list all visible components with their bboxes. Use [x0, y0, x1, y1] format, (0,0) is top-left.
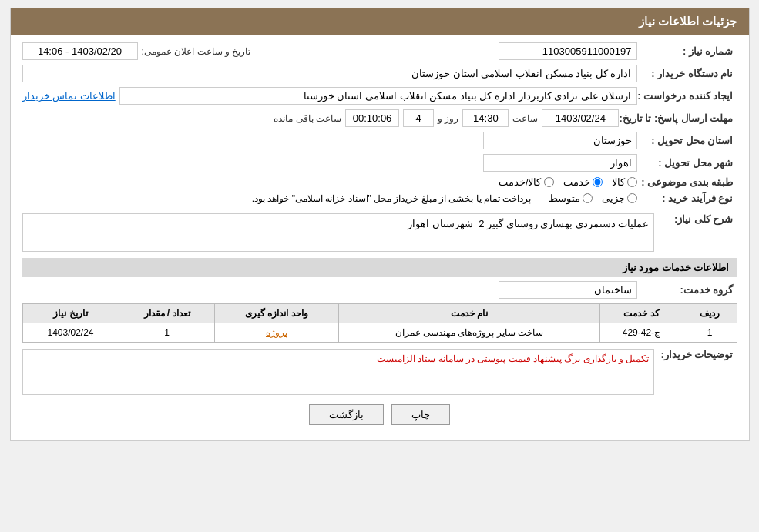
services-title: اطلاعات خدمات مورد نیاز — [623, 262, 730, 273]
category-kala-label: کالا — [612, 176, 625, 188]
col-count: تعداد / مقدار — [119, 304, 215, 323]
province-value: خوزستان — [483, 132, 637, 149]
city-row: شهر محل تحویل : اهواز — [22, 154, 737, 172]
col-unit: واحد اندازه گیری — [215, 304, 338, 323]
creator-label: ایجاد کننده درخواست : — [637, 90, 737, 102]
province-row: استان محل تحویل : خوزستان — [22, 132, 737, 149]
days-label: روز و — [438, 113, 458, 124]
button-row: چاپ بازگشت — [22, 404, 737, 425]
page-title: جزئیات اطلاعات نیاز — [639, 15, 737, 28]
time-value: 14:30 — [462, 109, 509, 127]
creator-value: ارسلان علی نژادی کاربردار اداره کل بنیاد… — [119, 87, 637, 105]
need-number-value: 1103005911000197 — [499, 42, 637, 60]
category-radio-kala[interactable] — [627, 177, 637, 187]
table-row: 1 ج-42-429 ساخت سایر پروژه‌های مهندسی عم… — [22, 323, 737, 343]
category-option-khedmat: خدمت — [563, 176, 603, 188]
service-group-label: گروه خدمت: — [637, 284, 737, 296]
col-row: ردیف — [683, 304, 737, 323]
table-body: 1 ج-42-429 ساخت سایر پروژه‌های مهندسی عم… — [22, 323, 737, 343]
buyer-notes-box: تکمیل و بارگذاری برگ پیشنهاد قیمت پیوستی… — [22, 349, 654, 395]
process-radio-motavasset[interactable] — [583, 193, 593, 203]
cell-row: 1 — [683, 323, 737, 343]
buyer-org-value: اداره کل بنیاد مسکن انقلاب اسلامی استان … — [22, 65, 637, 82]
services-section-header: اطلاعات خدمات مورد نیاز — [22, 258, 737, 277]
description-section: شرح کلی نیاز: عملیات دستمزدی بهسازی روست… — [22, 213, 737, 252]
services-table: ردیف کد خدمت نام خدمت واحد اندازه گیری ت… — [22, 303, 737, 343]
service-group-row: گروه خدمت: ساختمان — [22, 281, 737, 299]
service-group-value: ساختمان — [499, 281, 637, 299]
creator-row: ایجاد کننده درخواست : ارسلان علی نژادی ک… — [22, 87, 737, 105]
print-button[interactable]: چاپ — [391, 404, 450, 425]
separator-1 — [22, 209, 737, 209]
process-option-motavasset: متوسط — [549, 192, 593, 204]
process-note: پرداخت تمام یا بخشی از مبلغ خریداز محل "… — [252, 193, 532, 204]
city-label: شهر محل تحویل : — [637, 157, 737, 169]
response-date-value: 1403/02/24 — [542, 109, 619, 127]
main-container: جزئیات اطلاعات نیاز شماره نیاز : 1103005… — [10, 8, 750, 441]
process-radio-group: جزیی متوسط پرداخت تمام یا بخشی از مبلغ خ… — [252, 192, 637, 204]
col-code: کد خدمت — [600, 304, 683, 323]
category-kala-khedmat-label: کالا/خدمت — [499, 176, 542, 188]
buyer-notes-section: توضیحات خریدار: تکمیل و بارگذاری برگ پیش… — [22, 349, 737, 395]
buyer-notes-label: توضیحات خریدار: — [660, 349, 737, 360]
process-label: نوع فرآیند خرید : — [637, 192, 737, 204]
need-number-label: شماره نیاز : — [637, 45, 737, 57]
back-button[interactable]: بازگشت — [309, 404, 384, 425]
province-label: استان محل تحویل : — [637, 135, 737, 146]
process-radio-jozi[interactable] — [627, 193, 637, 203]
table-header-row: ردیف کد خدمت نام خدمت واحد اندازه گیری ت… — [22, 304, 737, 323]
col-date: تاریخ نیاز — [22, 304, 119, 323]
category-radio-group: کالا خدمت کالا/خدمت — [499, 176, 637, 188]
buyer-org-label: نام دستگاه خریدار : — [637, 68, 737, 79]
process-motavasset-label: متوسط — [549, 192, 580, 204]
response-date-label: مهلت ارسال پاسخ: تا تاریخ: — [619, 112, 737, 124]
table-header: ردیف کد خدمت نام خدمت واحد اندازه گیری ت… — [22, 304, 737, 323]
remaining-value: 00:10:06 — [345, 109, 399, 127]
content-area: شماره نیاز : 1103005911000197 تاریخ و سا… — [11, 35, 749, 440]
category-label: طبقه بندی موضوعی : — [637, 176, 737, 188]
cell-code: ج-42-429 — [600, 323, 683, 343]
category-khedmat-label: خدمت — [563, 176, 590, 188]
days-value: 4 — [403, 109, 434, 127]
description-label: شرح کلی نیاز: — [660, 213, 737, 225]
time-label: ساعت — [512, 113, 538, 124]
cell-count: 1 — [119, 323, 215, 343]
category-row: طبقه بندی موضوعی : کالا خدمت کالا/خدمت — [22, 176, 737, 188]
category-radio-kala-khedmat[interactable] — [544, 177, 554, 187]
description-textarea[interactable]: عملیات دستمزدی بهسازی روستای گبیر 2 شهرس… — [22, 213, 654, 252]
category-option-kala-khedmat: کالا/خدمت — [499, 176, 554, 188]
cell-name: ساخت سایر پروژه‌های مهندسی عمران — [338, 323, 600, 343]
creator-contact-link[interactable]: اطلاعات تماس خریدار — [22, 90, 116, 102]
announcement-label: تاریخ و ساعت اعلان عمومی: — [142, 46, 251, 57]
category-option-kala: کالا — [612, 176, 637, 188]
need-number-row: شماره نیاز : 1103005911000197 تاریخ و سا… — [22, 42, 737, 60]
remaining-label: ساعت باقی مانده — [274, 113, 341, 124]
buyer-notes-value: تکمیل و بارگذاری برگ پیشنهاد قیمت پیوستی… — [377, 353, 649, 364]
category-radio-khedmat[interactable] — [593, 177, 603, 187]
response-date-row: مهلت ارسال پاسخ: تا تاریخ: 1403/02/24 سا… — [22, 109, 737, 127]
process-jozi-label: جزیی — [602, 192, 625, 204]
page-header: جزئیات اطلاعات نیاز — [11, 8, 749, 35]
cell-unit: پروژه — [215, 323, 338, 343]
city-value: اهواز — [483, 154, 637, 172]
date-time-group: 1403/02/24 ساعت 14:30 روز و 4 00:10:06 س… — [22, 109, 620, 127]
col-name: نام خدمت — [338, 304, 600, 323]
buyer-org-row: نام دستگاه خریدار : اداره کل بنیاد مسکن … — [22, 65, 737, 82]
announcement-value: 1403/02/20 - 14:06 — [22, 42, 138, 60]
cell-date: 1403/02/24 — [22, 323, 119, 343]
process-row: نوع فرآیند خرید : جزیی متوسط پرداخت تمام… — [22, 192, 737, 204]
process-option-jozi: جزیی — [602, 192, 637, 204]
